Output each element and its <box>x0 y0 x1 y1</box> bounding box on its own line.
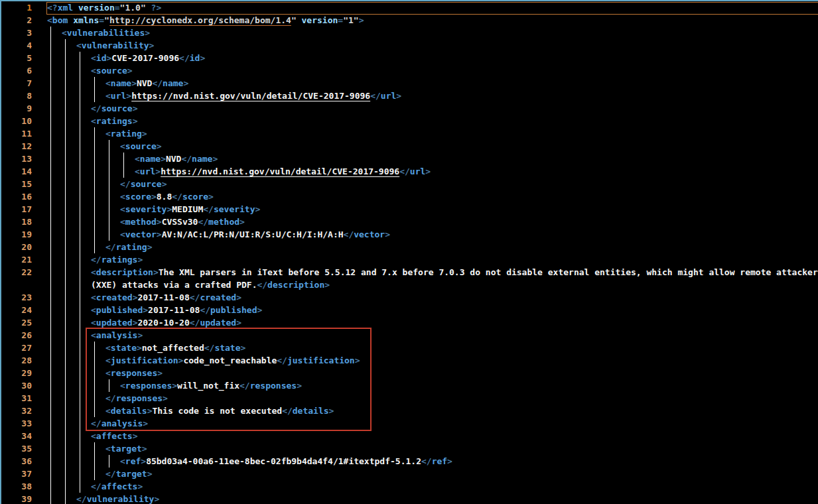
line-number[interactable]: 20 <box>1 241 32 253</box>
indent-guide <box>109 165 109 178</box>
xml-token-p: </ <box>204 343 215 353</box>
line-number[interactable]: 7 <box>1 77 32 90</box>
indent-guide <box>80 52 80 64</box>
line-content[interactable]: <description>The XML parsers in iText be… <box>32 266 818 279</box>
line-content[interactable]: </affects> <box>32 480 818 493</box>
line-number[interactable]: 15 <box>1 178 32 190</box>
line-number[interactable]: 37 <box>1 468 32 480</box>
indent-guide <box>80 153 80 165</box>
xml-token-t: url <box>381 91 396 101</box>
line-content[interactable]: </source> <box>32 102 818 115</box>
line-number[interactable]: 13 <box>1 153 32 165</box>
line-content[interactable]: </rating> <box>32 241 818 253</box>
line-number[interactable]: 4 <box>1 39 32 52</box>
line-content[interactable]: </vulnerability> <box>32 493 818 504</box>
line-content[interactable]: <target> <box>32 442 818 455</box>
xml-token-p: = <box>115 3 120 13</box>
line-number[interactable]: 3 <box>1 27 32 39</box>
line-number[interactable]: 26 <box>1 329 32 342</box>
xml-token-x: 2017-11-08 <box>148 305 200 315</box>
line-number[interactable]: 14 <box>1 165 32 178</box>
line-number[interactable]: 31 <box>1 392 32 405</box>
line-number[interactable]: 25 <box>1 316 32 329</box>
line-number[interactable]: 28 <box>1 354 32 367</box>
line-content[interactable]: </source> <box>32 178 818 190</box>
code-line-9: 9</source> <box>1 102 818 115</box>
indent-guide <box>109 190 109 203</box>
line-content[interactable]: <name>NVD</name> <box>32 77 818 90</box>
indent-guide <box>94 442 95 455</box>
xml-token-p: </ <box>76 494 87 504</box>
xml-token-p: < <box>105 355 111 365</box>
line-number[interactable]: 12 <box>1 140 32 153</box>
xml-token-t: source <box>125 141 157 151</box>
line-content[interactable]: <name>NVD</name> <box>32 153 818 165</box>
line-number[interactable]: 38 <box>1 480 32 493</box>
line-number[interactable]: 36 <box>1 455 32 468</box>
line-number[interactable]: 27 <box>1 342 32 354</box>
line-number[interactable]: 34 <box>1 430 32 442</box>
line-content[interactable]: </analysis> <box>32 417 818 430</box>
indent-guide <box>65 102 66 115</box>
line-content[interactable]: <source> <box>32 140 818 153</box>
line-number[interactable]: 24 <box>1 304 32 316</box>
line-number[interactable]: 29 <box>1 367 32 379</box>
line-content[interactable]: <url>https://nvd.nist.gov/vuln/detail/CV… <box>32 90 818 102</box>
line-number[interactable]: 33 <box>1 417 32 430</box>
line-number[interactable]: 30 <box>1 379 32 392</box>
xml-token-p: > <box>133 103 138 113</box>
line-number[interactable]: 1 <box>1 1 32 14</box>
line-number[interactable]: 5 <box>1 52 32 64</box>
xml-token-t: responses <box>125 381 172 391</box>
line-number[interactable]: 16 <box>1 190 32 203</box>
line-number[interactable]: 8 <box>1 90 32 102</box>
line-content[interactable]: <affects> <box>32 430 818 442</box>
xml-token-t: score <box>125 192 151 202</box>
line-content[interactable]: <state>not_affected</state> <box>32 342 818 354</box>
line-content[interactable]: <url>https://nvd.nist.gov/vuln/detail/CV… <box>32 165 818 178</box>
line-content[interactable]: <vulnerabilities> <box>32 27 818 39</box>
line-number[interactable]: 18 <box>1 216 32 228</box>
line-number[interactable]: 10 <box>1 115 32 127</box>
line-content[interactable]: <vector>AV:N/AC:L/PR:N/UI:R/S:U/C:H/I:H/… <box>32 228 818 241</box>
line-content[interactable]: </ratings> <box>32 253 818 266</box>
line-number[interactable]: 32 <box>1 405 32 417</box>
line-content[interactable]: (XXE) attacks via a crafted PDF.</descri… <box>32 279 818 291</box>
line-content[interactable]: <analysis> <box>32 329 818 342</box>
line-number[interactable]: 2 <box>1 14 32 27</box>
line-content[interactable]: <created>2017-11-08</created> <box>32 291 818 304</box>
line-content[interactable]: <bom xmlns="http://cyclonedx.org/schema/… <box>32 14 818 27</box>
line-content[interactable]: <details>This code is not executed</deta… <box>32 405 818 417</box>
line-content[interactable]: </target> <box>32 468 818 480</box>
line-number[interactable]: 21 <box>1 253 32 266</box>
line-content[interactable]: </responses> <box>32 392 818 405</box>
line-number[interactable]: 23 <box>1 291 32 304</box>
line-content[interactable]: <responses> <box>32 367 818 379</box>
line-content[interactable]: <responses>will_not_fix</responses> <box>32 379 818 392</box>
indent-guide <box>65 153 66 165</box>
line-number[interactable]: 9 <box>1 102 32 115</box>
line-content[interactable]: <updated>2020-10-20</updated> <box>32 316 818 329</box>
line-content[interactable]: <vulnerability> <box>32 39 818 52</box>
line-content[interactable]: <rating> <box>32 127 818 140</box>
line-content[interactable]: <published>2017-11-08</published> <box>32 304 818 316</box>
line-number[interactable]: 39 <box>1 493 32 504</box>
line-content[interactable]: <severity>MEDIUM</severity> <box>32 203 818 216</box>
line-number[interactable]: 11 <box>1 127 32 140</box>
line-content[interactable]: <method>CVSSv30</method> <box>32 216 818 228</box>
line-content[interactable]: <justification>code_not_reachable</justi… <box>32 354 818 367</box>
line-number[interactable]: 35 <box>1 442 32 455</box>
code-line-19: 19<vector>AV:N/AC:L/PR:N/UI:R/S:U/C:H/I:… <box>1 228 818 241</box>
line-content[interactable]: <ref>85bd03a4-00a6-11ee-8bec-02fb9b4da4f… <box>32 455 818 468</box>
line-number[interactable]: 6 <box>1 64 32 77</box>
line-content[interactable]: <ratings> <box>32 115 818 127</box>
line-number[interactable] <box>1 279 32 291</box>
line-content[interactable]: <id>CVE-2017-9096</id> <box>32 52 818 64</box>
line-number[interactable]: 22 <box>1 266 32 279</box>
line-number[interactable]: 19 <box>1 228 32 241</box>
line-content[interactable]: <?xml version="1.0" ?> <box>32 1 818 14</box>
line-content[interactable]: <source> <box>32 64 818 77</box>
code-line-17: 17<severity>MEDIUM</severity> <box>1 203 818 216</box>
line-number[interactable]: 17 <box>1 203 32 216</box>
line-content[interactable]: <score>8.8</score> <box>32 190 818 203</box>
